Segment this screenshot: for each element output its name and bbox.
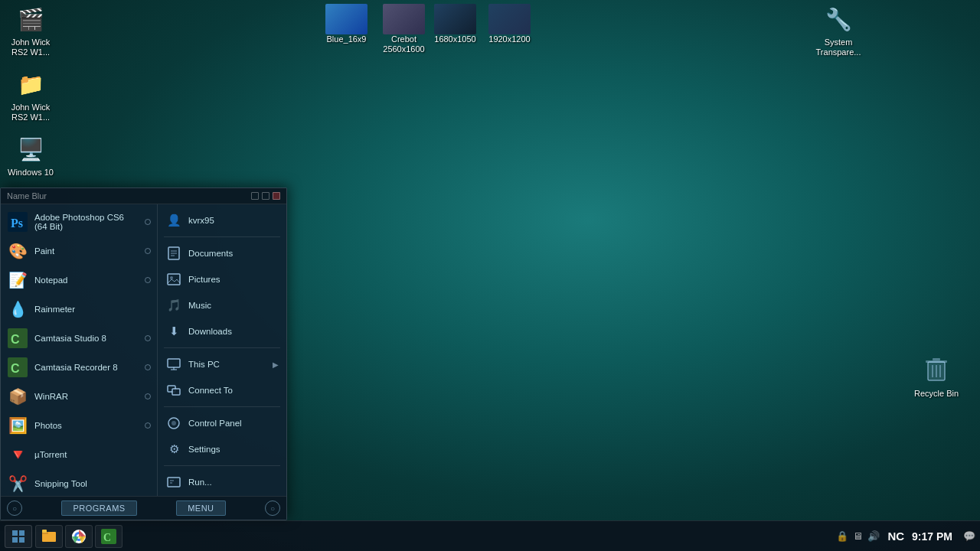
desktop-icon-blue16x9[interactable]: Blue_16x9: [322, 4, 371, 44]
right-item-settings[interactable]: ⚙ Settings: [158, 436, 286, 462]
right-item-downloads[interactable]: ⬇ Downloads: [158, 318, 286, 344]
svg-rect-18: [168, 359, 180, 367]
programs-button[interactable]: Programs: [61, 500, 136, 516]
camtasiarec-dot: [145, 364, 151, 370]
svg-rect-34: [42, 530, 47, 533]
start-menu-body: Ps Adobe Photoshop CS6 (64 Bit) 🎨 Paint …: [1, 204, 286, 496]
thispc-icon: [165, 356, 182, 373]
tray-monitor-icon[interactable]: 🖥: [853, 530, 863, 542]
res1920-label: 1920x1200: [488, 34, 530, 44]
thispc-label: This PC: [188, 360, 266, 369]
tray-notification-icon[interactable]: 💬: [963, 530, 975, 542]
recycle-bin[interactable]: Recycle Bin: [910, 352, 963, 398]
paint-icon: 🎨: [7, 240, 28, 262]
start-menu-header-title: Name Blur: [7, 191, 47, 201]
svg-text:C: C: [103, 532, 111, 543]
menu-button[interactable]: Menu: [176, 500, 225, 516]
music-icon: 🎵: [165, 297, 182, 314]
footer-circle-right[interactable]: ○: [265, 500, 280, 516]
system-clock[interactable]: 9:17 PM: [912, 530, 952, 543]
right-item-run[interactable]: Run...: [158, 469, 286, 495]
res1680-thumb: [434, 4, 476, 34]
crebot-thumb: [383, 4, 425, 34]
start-button[interactable]: [5, 525, 32, 548]
svg-rect-22: [172, 389, 180, 395]
system-label: System Transpare...: [808, 37, 869, 57]
start-menu-right-panel: 👤 kvrx95 Documents Pictures 🎵 Music: [158, 204, 286, 496]
svg-rect-29: [19, 530, 24, 536]
start-menu: Name Blur Ps Adobe Photoshop CS6 (64 Bit…: [0, 187, 287, 520]
desktop-icon-john2[interactable]: 📁 John Wick RS2 W1...: [4, 69, 57, 122]
menu-item-photoshop[interactable]: Ps Adobe Photoshop CS6 (64 Bit): [1, 207, 157, 236]
desktop-icon-1920[interactable]: 1920x1200: [485, 4, 534, 44]
pictures-label: Pictures: [188, 275, 279, 284]
right-item-controlpanel[interactable]: Control Panel: [158, 410, 286, 436]
paint-dot: [145, 248, 151, 254]
menu-item-rainmeter[interactable]: 💧 Rainmeter: [1, 295, 157, 324]
svg-text:C: C: [11, 362, 20, 375]
controlpanel-icon: [165, 415, 182, 432]
maximize-icon[interactable]: [262, 192, 270, 200]
windows-icon: 🖥️: [15, 134, 46, 165]
svg-rect-31: [19, 537, 24, 543]
right-item-username[interactable]: 👤 kvrx95: [158, 207, 286, 233]
start-menu-left-panel: Ps Adobe Photoshop CS6 (64 Bit) 🎨 Paint …: [1, 204, 158, 496]
footer-circle-left[interactable]: ○: [7, 500, 22, 516]
recycle-bin-icon: [920, 352, 953, 386]
camtasia8-dot: [145, 335, 151, 341]
john2-label: John Wick RS2 W1...: [4, 103, 57, 122]
blue16-thumb: [325, 4, 368, 34]
menu-item-snipping[interactable]: ✂️ Snipping Tool: [1, 469, 157, 496]
snipping-label: Snipping Tool: [34, 479, 151, 488]
close-icon[interactable]: [273, 192, 280, 200]
menu-item-paint[interactable]: 🎨 Paint: [1, 236, 157, 266]
taskbar: C 🔒 🖥 🔊 NC 9:17 PM 💬: [0, 520, 980, 551]
photos-label: Photos: [34, 421, 139, 430]
start-menu-header: Name Blur: [1, 188, 286, 204]
tray-volume-icon[interactable]: 🔊: [867, 530, 880, 542]
taskbar-app-chrome[interactable]: [65, 525, 93, 548]
photos-dot: [145, 422, 151, 429]
menu-item-photos[interactable]: 🖼️ Photos: [1, 411, 157, 440]
svg-rect-25: [168, 478, 180, 487]
taskbar-app-camtasia[interactable]: C: [95, 525, 122, 548]
right-item-pictures[interactable]: Pictures: [158, 266, 286, 292]
run-icon: [165, 474, 182, 491]
right-item-documents[interactable]: Documents: [158, 240, 286, 266]
settings-icon: ⚙: [165, 441, 182, 458]
winrar-icon: 📦: [7, 386, 28, 407]
menu-item-utorrent[interactable]: 🔻 µTorrent: [1, 440, 157, 469]
start-menu-footer: ○ Programs Menu ○: [1, 496, 286, 520]
desktop-icon-crebot[interactable]: Crebot 2560x1600: [375, 4, 433, 54]
right-item-connectto[interactable]: Connect To: [158, 377, 286, 403]
music-label: Music: [188, 301, 279, 310]
separator-1: [164, 236, 280, 237]
svg-rect-30: [12, 537, 18, 543]
tray-network-icon[interactable]: 🔒: [836, 530, 848, 542]
camtasia8-icon: C: [7, 328, 28, 349]
taskbar-app-explorer[interactable]: [35, 525, 63, 548]
system-icon: 🔧: [823, 4, 854, 34]
recycle-bin-label: Recycle Bin: [914, 389, 959, 398]
username-icon: 👤: [165, 212, 182, 229]
pictures-icon: [165, 271, 182, 288]
menu-item-camtasia8[interactable]: C Camtasia Studio 8: [1, 324, 157, 353]
connectto-icon: [165, 382, 182, 399]
minimize-icon[interactable]: [251, 192, 259, 200]
desktop-icon-john1[interactable]: 🎬 John Wick RS2 W1...: [4, 4, 57, 57]
menu-item-notepad[interactable]: 📝 Notepad: [1, 266, 157, 295]
menu-item-camtasiarec[interactable]: C Camtasia Recorder 8: [1, 353, 157, 382]
desktop-icon-windows[interactable]: 🖥️ Windows 10: [4, 134, 57, 178]
separator-4: [164, 465, 280, 466]
utorrent-label: µTorrent: [34, 450, 151, 459]
downloads-icon: ⬇: [165, 323, 182, 340]
right-item-music[interactable]: 🎵 Music: [158, 292, 286, 318]
desktop-icon-system[interactable]: 🔧 System Transpare...: [808, 4, 869, 57]
rainmeter-icon: 💧: [7, 298, 28, 320]
svg-rect-1: [926, 360, 947, 363]
winrar-label: WinRAR: [34, 392, 139, 401]
menu-item-winrar[interactable]: 📦 WinRAR: [1, 382, 157, 411]
right-item-thispc[interactable]: This PC ▶: [158, 351, 286, 377]
desktop-icon-1680[interactable]: 1680x1050: [430, 4, 480, 44]
separator-2: [164, 347, 280, 348]
